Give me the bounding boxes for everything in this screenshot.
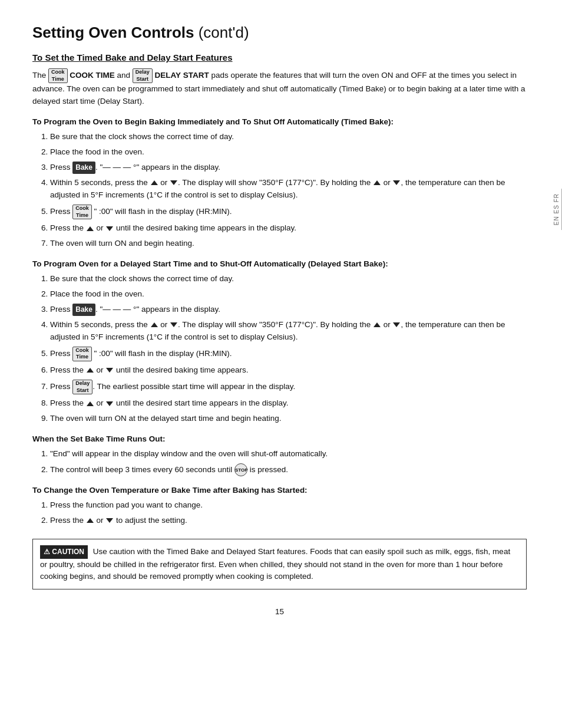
list-item: Press DelayStart. The earliest possible … [50, 380, 527, 394]
list-item: The control will beep 3 times every 60 s… [50, 463, 527, 476]
caution-box: CAUTION Use caution with the Timed Bake … [32, 539, 527, 589]
caution-text: Use caution with the Timed Bake and Dela… [40, 547, 510, 581]
list-item: Place the food in the oven. [50, 288, 527, 301]
list-item: Within 5 seconds, press the or . The dis… [50, 319, 527, 344]
list-item: "End" will appear in the display window … [50, 448, 527, 460]
list-item: Press CookTime " :00" will flash in the … [50, 347, 527, 361]
list-item: Press CookTime " :00" will flash in the … [50, 205, 527, 219]
side-tab: EN ES FR [551, 189, 562, 230]
list-item: The oven will turn ON and begin heating. [50, 238, 527, 250]
list-item: Within 5 seconds, press the or . The dis… [50, 177, 527, 202]
section4-heading: When the Set Bake Time Runs Out: [32, 434, 527, 443]
delayed-bake-list: Be sure that the clock shows the correct… [50, 273, 527, 425]
list-item: Press the or to adjust the setting. [50, 515, 527, 527]
change-temp-list: Press the function pad you want to chang… [50, 499, 527, 527]
timed-bake-list: Be sure that the clock shows the correct… [50, 131, 527, 250]
section5-heading: To Change the Oven Temperature or Bake T… [32, 486, 527, 495]
section3-heading: To Program Oven for a Delayed Start Time… [32, 259, 527, 268]
bake-time-out-list: "End" will appear in the display window … [50, 448, 527, 476]
list-item: Be sure that the clock shows the correct… [50, 131, 527, 143]
list-item: Press the or until the desired baking ti… [50, 364, 527, 377]
intro-paragraph: The CookTime COOK TIME and DelayStart DE… [32, 68, 527, 108]
section2-heading: To Program the Oven to Begin Baking Imme… [32, 117, 527, 126]
page-title: Setting Oven Controls (cont'd) [32, 24, 527, 42]
list-item: Press the function pad you want to chang… [50, 499, 527, 512]
section1-heading: To Set the Timed Bake and Delay Start Fe… [32, 52, 527, 62]
page-number: 15 [32, 607, 527, 616]
list-item: The oven will turn ON at the delayed sta… [50, 413, 527, 425]
list-item: Be sure that the clock shows the correct… [50, 273, 527, 285]
list-item: Press Bake. "— — — °" appears in the dis… [50, 162, 527, 174]
list-item: Press Bake. "— — — °" appears in the dis… [50, 304, 527, 316]
list-item: Press the or until the desired start tim… [50, 397, 527, 410]
caution-label: CAUTION [40, 545, 88, 559]
list-item: Place the food in the oven. [50, 146, 527, 159]
list-item: Press the or until the desired baking ti… [50, 222, 527, 235]
